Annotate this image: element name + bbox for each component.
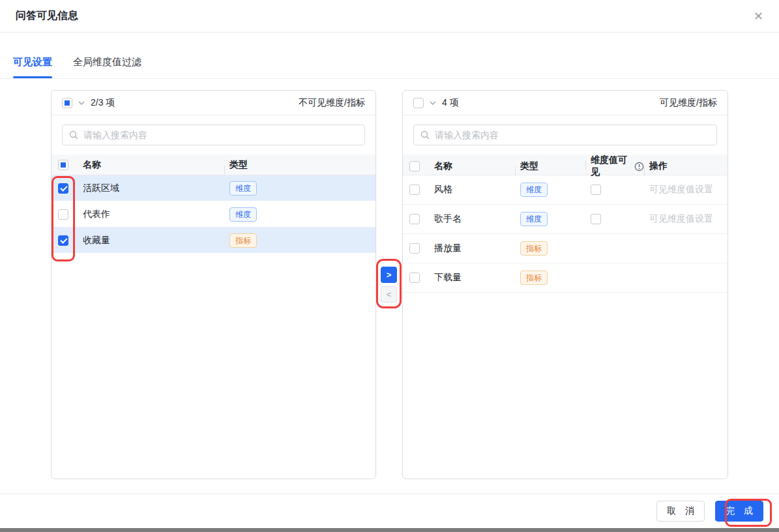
row-name: 活跃区域: [78, 183, 224, 194]
panel-title: 可见维度/指标: [660, 97, 717, 109]
type-tag: 指标: [229, 233, 257, 248]
move-left-button[interactable]: <: [381, 286, 397, 303]
confirm-button[interactable]: 完 成: [715, 501, 763, 522]
bottom-scrollbar[interactable]: [0, 528, 779, 532]
panel-title: 不可见维度/指标: [299, 97, 365, 109]
row-checkbox[interactable]: [58, 235, 68, 246]
dim-value-settings-link[interactable]: 可见维度值设置: [649, 213, 713, 225]
cancel-button[interactable]: 取 消: [656, 501, 705, 522]
visible-panel-header: 4 项 可见维度/指标: [403, 91, 728, 115]
row-name: 下载量: [429, 272, 515, 284]
chevron-down-icon[interactable]: [429, 99, 437, 107]
row-name: 代表作: [78, 209, 224, 220]
row-name: 播放量: [429, 243, 515, 254]
column-type: 类型: [515, 160, 585, 172]
dim-value-visible-checkbox[interactable]: [591, 214, 601, 224]
visible-info-dialog: 问答可见信息 ✕ 可见设置 全局维度值过滤 2/3 项 不可见维度/指标 名称 …: [0, 0, 779, 532]
type-tag: 维度: [520, 212, 548, 226]
dialog-header: 问答可见信息 ✕: [0, 0, 779, 33]
row-checkbox[interactable]: [58, 183, 68, 194]
type-tag: 维度: [229, 181, 257, 196]
info-circle-icon[interactable]: [634, 162, 644, 171]
row-checkbox[interactable]: [409, 243, 420, 254]
column-name: 名称: [78, 159, 224, 171]
header-checkbox[interactable]: [409, 161, 420, 171]
dim-value-settings-link[interactable]: 可见维度值设置: [649, 184, 713, 196]
invisible-panel: 2/3 项 不可见维度/指标 名称 类型 活跃区域 维度 代表作 维度 收藏量 …: [51, 90, 376, 479]
search-input[interactable]: [413, 125, 717, 145]
move-right-button[interactable]: >: [381, 267, 397, 283]
search-icon: [420, 130, 430, 140]
invisible-panel-header: 2/3 项 不可见维度/指标: [51, 91, 375, 115]
table-row[interactable]: 播放量 指标: [403, 234, 728, 263]
chevron-down-icon[interactable]: [78, 99, 85, 107]
type-tag: 指标: [520, 241, 548, 256]
row-checkbox[interactable]: [409, 273, 420, 283]
dim-value-visible-checkbox[interactable]: [591, 185, 601, 195]
row-name: 风格: [429, 184, 515, 196]
tab-bar: 可见设置 全局维度值过滤: [0, 33, 779, 79]
search-icon: [68, 130, 79, 140]
table-row[interactable]: 代表作 维度: [51, 201, 375, 228]
search-box-right: [403, 115, 728, 155]
row-checkbox[interactable]: [58, 209, 68, 220]
dialog-footer: 取 消 完 成: [0, 494, 779, 528]
close-icon[interactable]: ✕: [754, 10, 763, 22]
table-row[interactable]: 下载量 指标: [403, 263, 728, 293]
search-input[interactable]: [62, 125, 365, 145]
select-all-checkbox-left[interactable]: [62, 98, 72, 108]
type-tag: 维度: [520, 183, 548, 197]
table-row[interactable]: 歌手名 维度 可见维度值设置: [403, 205, 728, 234]
table-row[interactable]: 活跃区域 维度: [51, 175, 375, 201]
select-all-checkbox-right[interactable]: [413, 98, 424, 108]
column-name: 名称: [429, 160, 515, 172]
table-row[interactable]: 收藏量 指标: [51, 228, 375, 254]
column-dim-value-visible-label: 维度值可见: [591, 155, 630, 178]
row-checkbox[interactable]: [409, 185, 420, 195]
selected-count: 2/3 项: [91, 97, 115, 109]
selected-count: 4 项: [442, 97, 459, 109]
visible-panel: 4 项 可见维度/指标 名称 类型 维度值可见 操作 风格 维度 可见维度值设置: [402, 90, 728, 479]
column-dim-value-visible: 维度值可见: [585, 155, 644, 178]
search-box-left: [51, 115, 375, 155]
header-checkbox[interactable]: [58, 160, 68, 170]
table-header-left: 名称 类型: [51, 155, 375, 175]
table-row[interactable]: 风格 维度 可见维度值设置: [403, 175, 728, 205]
row-checkbox[interactable]: [409, 214, 420, 224]
type-tag: 维度: [229, 207, 257, 222]
tab-global-dim-filter[interactable]: 全局维度值过滤: [73, 56, 141, 78]
row-name: 歌手名: [429, 213, 515, 225]
tab-visible-settings[interactable]: 可见设置: [13, 56, 52, 78]
row-name: 收藏量: [78, 235, 224, 246]
dialog-title: 问答可见信息: [16, 9, 78, 23]
column-type: 类型: [224, 159, 375, 171]
type-tag: 指标: [520, 271, 548, 285]
table-header-right: 名称 类型 维度值可见 操作: [403, 155, 728, 175]
column-action: 操作: [644, 160, 728, 172]
